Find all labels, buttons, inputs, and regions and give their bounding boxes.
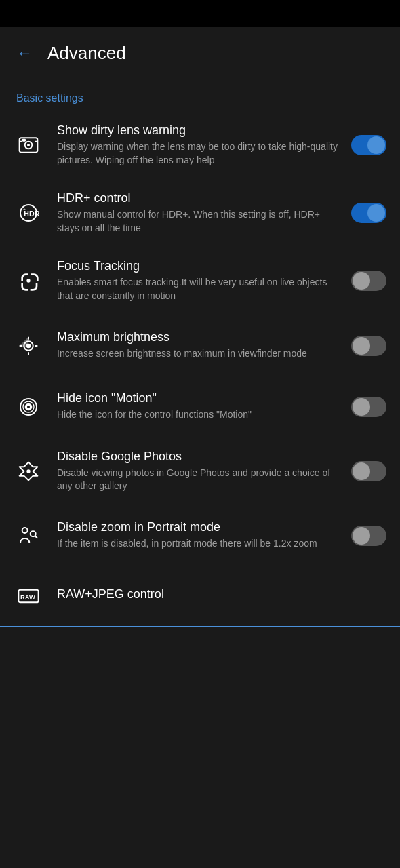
motion-icon bbox=[11, 389, 46, 425]
toggle-knob-focus-tracking bbox=[353, 272, 370, 290]
svg-point-17 bbox=[27, 406, 30, 408]
setting-content-dirty-lens: Show dirty lens warningDisplay warning w… bbox=[57, 123, 351, 167]
setting-desc-focus-tracking: Enables smart focus tracking.It will be … bbox=[57, 276, 343, 302]
setting-item-raw-jpeg[interactable]: RAW RAW+JPEG control bbox=[0, 566, 400, 627]
setting-title-raw-jpeg: RAW+JPEG control bbox=[57, 587, 378, 601]
setting-item-dirty-lens[interactable]: Show dirty lens warningDisplay warning w… bbox=[0, 111, 400, 179]
svg-text:HDR: HDR bbox=[24, 210, 39, 218]
svg-point-20 bbox=[31, 531, 36, 536]
setting-content-max-brightness: Maximum brightnessIncrease screen bright… bbox=[57, 330, 351, 361]
setting-desc-disable-google-photos: Disable viewing photos in Google Photos … bbox=[57, 467, 343, 493]
setting-content-hdr-control: HDR+ controlShow manual control for HDR+… bbox=[57, 191, 351, 235]
toggle-max-brightness[interactable] bbox=[351, 336, 386, 356]
setting-item-disable-zoom-portrait[interactable]: Disable zoom in Portrait modeIf the item… bbox=[0, 505, 400, 566]
toggle-hdr-control[interactable] bbox=[351, 203, 386, 223]
setting-content-hide-motion: Hide icon "Motion"Hide the icon for the … bbox=[57, 391, 351, 422]
toggle-knob-hide-motion bbox=[353, 398, 370, 416]
setting-content-raw-jpeg: RAW+JPEG control bbox=[57, 587, 386, 604]
setting-item-hide-motion[interactable]: Hide icon "Motion"Hide the icon for the … bbox=[0, 376, 400, 437]
setting-desc-dirty-lens: Display warning when the lens may be too… bbox=[57, 140, 343, 167]
setting-desc-hide-motion: Hide the icon for the control functions … bbox=[57, 408, 343, 422]
svg-text:RAW: RAW bbox=[20, 594, 35, 601]
setting-item-disable-google-photos[interactable]: Disable Google PhotosDisable viewing pho… bbox=[0, 437, 400, 505]
svg-point-7 bbox=[26, 279, 30, 283]
header: ← Advanced bbox=[0, 27, 400, 79]
back-button[interactable]: ← bbox=[11, 39, 38, 66]
setting-desc-max-brightness: Increase screen brightness to maximum in… bbox=[57, 347, 343, 361]
setting-title-hdr-control: HDR+ control bbox=[57, 191, 343, 205]
svg-line-21 bbox=[35, 536, 37, 538]
setting-item-hdr-control[interactable]: HDR + HDR+ controlShow manual control fo… bbox=[0, 179, 400, 247]
google-photos-icon bbox=[11, 454, 46, 489]
setting-desc-disable-zoom-portrait: If the item is disabled, in portrait mod… bbox=[57, 537, 343, 551]
setting-content-focus-tracking: Focus TrackingEnables smart focus tracki… bbox=[57, 259, 351, 302]
setting-desc-hdr-control: Show manual control for HDR+. When this … bbox=[57, 208, 343, 235]
settings-list: Show dirty lens warningDisplay warning w… bbox=[0, 111, 400, 627]
setting-item-focus-tracking[interactable]: Focus TrackingEnables smart focus tracki… bbox=[0, 247, 400, 315]
setting-title-focus-tracking: Focus Tracking bbox=[57, 259, 343, 273]
toggle-dirty-lens[interactable] bbox=[351, 135, 386, 155]
toggle-knob-max-brightness bbox=[353, 337, 370, 355]
setting-content-disable-zoom-portrait: Disable zoom in Portrait modeIf the item… bbox=[57, 520, 351, 551]
focus-icon bbox=[11, 263, 46, 298]
setting-title-hide-motion: Hide icon "Motion" bbox=[57, 391, 343, 406]
setting-item-max-brightness[interactable]: Maximum brightnessIncrease screen bright… bbox=[0, 315, 400, 376]
hdr-icon: HDR + bbox=[11, 195, 46, 231]
status-bar bbox=[0, 0, 400, 27]
page-title: Advanced bbox=[47, 43, 126, 64]
toggle-hide-motion[interactable] bbox=[351, 397, 386, 417]
brightness-icon bbox=[11, 328, 46, 363]
svg-point-19 bbox=[22, 528, 28, 533]
setting-content-disable-google-photos: Disable Google PhotosDisable viewing pho… bbox=[57, 450, 351, 493]
svg-point-18 bbox=[26, 469, 30, 473]
section-header: Basic settings bbox=[0, 79, 400, 111]
toggle-disable-google-photos[interactable] bbox=[351, 461, 386, 481]
svg-point-3 bbox=[27, 144, 30, 146]
toggle-knob-disable-zoom-portrait bbox=[353, 527, 370, 545]
setting-title-disable-google-photos: Disable Google Photos bbox=[57, 450, 343, 464]
svg-text:+: + bbox=[23, 208, 26, 212]
toggle-knob-disable-google-photos bbox=[353, 462, 370, 480]
toggle-knob-dirty-lens bbox=[367, 136, 385, 154]
toggle-focus-tracking[interactable] bbox=[351, 271, 386, 291]
raw-icon: RAW bbox=[11, 578, 46, 614]
basic-settings-label: Basic settings bbox=[16, 92, 83, 104]
svg-rect-2 bbox=[22, 139, 26, 142]
portrait-zoom-icon bbox=[11, 518, 46, 553]
back-arrow-icon: ← bbox=[16, 45, 33, 61]
toggle-knob-hdr-control bbox=[367, 204, 385, 222]
setting-title-max-brightness: Maximum brightness bbox=[57, 330, 343, 344]
toggle-disable-zoom-portrait[interactable] bbox=[351, 526, 386, 546]
camera-lens-icon bbox=[11, 127, 46, 163]
setting-title-disable-zoom-portrait: Disable zoom in Portrait mode bbox=[57, 520, 343, 534]
setting-title-dirty-lens: Show dirty lens warning bbox=[57, 123, 343, 138]
